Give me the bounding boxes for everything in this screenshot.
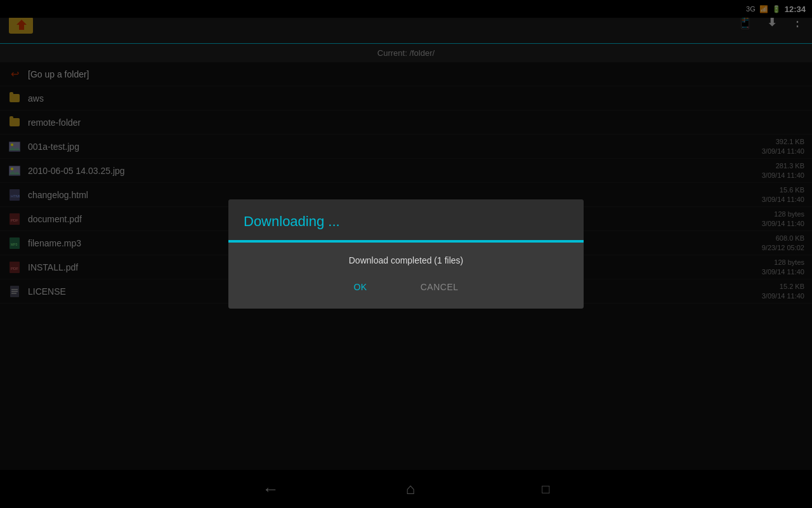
dialog-buttons: OK Cancel [244, 278, 568, 296]
cancel-button[interactable]: Cancel [413, 278, 466, 296]
dialog-body: Download completed (1 files) OK Cancel [228, 243, 584, 309]
dialog-title: Downloading ... [244, 213, 568, 230]
dialog-title-bar: Downloading ... [228, 199, 584, 240]
dialog-message: Download completed (1 files) [244, 255, 568, 265]
dialog-overlay: Downloading ... Download completed (1 fi… [0, 0, 812, 508]
ok-button[interactable]: OK [346, 278, 374, 296]
download-dialog: Downloading ... Download completed (1 fi… [228, 199, 584, 309]
